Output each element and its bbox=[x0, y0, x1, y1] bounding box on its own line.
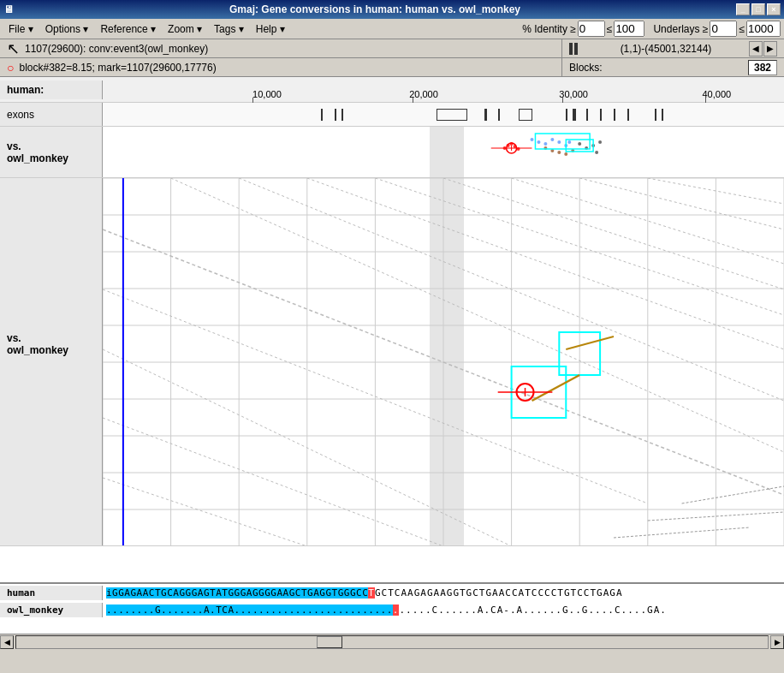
human-seq-rest: GCTCAAGAGAAGGTGCTGAACCATCCCCTGTCCTGAGA bbox=[375, 587, 623, 599]
ruler-row: human: 10,000 20,000 30,000 40,000 bbox=[0, 77, 784, 103]
menu-reference[interactable]: Reference ▾ bbox=[95, 21, 161, 37]
monkey-seq-text: ........G.......A.TCA...................… bbox=[103, 603, 670, 617]
circle-icon: ○ bbox=[7, 61, 14, 74]
svg-point-11 bbox=[550, 138, 554, 141]
status-left-1: ↖ 1107(29600): conv:event3(owl_monkey) bbox=[0, 38, 561, 60]
human-seq-row: human iGGAGAACTGCAGGGAGTATGGGAGGGGAAGCTG… bbox=[0, 584, 784, 601]
cursor-tool-icon[interactable]: ↖ bbox=[7, 39, 20, 58]
monkey-seq-label: owl_monkey bbox=[0, 603, 103, 617]
window-title: Gmaj: Gene conversions in human: human v… bbox=[14, 3, 736, 15]
scroll-thumb[interactable] bbox=[317, 636, 342, 648]
exon-bar-10 bbox=[614, 109, 615, 121]
blocks-section: Blocks: 382 bbox=[561, 58, 784, 77]
exon-bar-9 bbox=[600, 109, 602, 121]
ruler-tick-20k bbox=[413, 98, 413, 103]
identity-max-input[interactable] bbox=[614, 21, 644, 37]
svg-line-72 bbox=[614, 527, 750, 538]
status-row-2: ○ block#382=8.15; mark=1107(29600,17776)… bbox=[0, 58, 784, 77]
svg-point-9 bbox=[537, 140, 540, 144]
ruler-10k: 10,000 bbox=[252, 89, 282, 99]
svg-line-69 bbox=[566, 336, 614, 349]
svg-point-20 bbox=[578, 142, 581, 146]
exon-bar-3 bbox=[342, 109, 343, 121]
nav-arrows[interactable]: ◀ ▶ bbox=[749, 41, 777, 57]
status-text-2: block#382=8.15; mark=1107(29600,17776) bbox=[19, 62, 216, 74]
dotplot-small-content[interactable] bbox=[103, 127, 784, 177]
ruler-20k: 20,000 bbox=[409, 89, 438, 99]
status-text-1: 1107(29600): conv:event3(owl_monkey) bbox=[25, 43, 208, 55]
svg-point-18 bbox=[564, 152, 567, 156]
scroll-right-button[interactable]: ▶ bbox=[770, 635, 784, 649]
menu-zoom[interactable]: Zoom ▾ bbox=[163, 21, 207, 37]
nav-forward-button[interactable]: ▶ bbox=[763, 41, 777, 57]
svg-line-54 bbox=[307, 178, 784, 349]
identity-sep: ≤ bbox=[607, 23, 613, 35]
menu-options[interactable]: Options ▾ bbox=[40, 21, 94, 37]
underlays-max-input[interactable] bbox=[746, 21, 781, 37]
dotplot-large-svg bbox=[103, 178, 784, 545]
minimize-button[interactable]: _ bbox=[736, 3, 750, 15]
menu-help[interactable]: Help ▾ bbox=[251, 21, 290, 37]
status-right-1: (1,1)-(45001,32144) ◀ ▶ bbox=[561, 39, 784, 58]
svg-line-55 bbox=[103, 418, 443, 545]
svg-line-60 bbox=[579, 178, 784, 229]
blocks-label: Blocks: bbox=[569, 62, 603, 74]
ruler-tick-30k bbox=[562, 98, 563, 103]
identity-min-input[interactable] bbox=[578, 21, 605, 37]
svg-point-23 bbox=[595, 151, 598, 154]
exon-bar-5 bbox=[498, 109, 500, 121]
human-seq-text: iGGAGAACTGCAGGGAGTATGGGAGGGGAAGCTGAGGTGG… bbox=[103, 586, 627, 600]
underlays-sep: ≤ bbox=[739, 23, 745, 35]
exons-label: exons bbox=[0, 103, 103, 126]
human-seq-highlight: iGGAGAACTGCAGGGAGTATGGGAGGGGAAGCTGAGGTGG… bbox=[106, 587, 368, 599]
status-left-2: ○ block#382=8.15; mark=1107(29600,17776) bbox=[0, 59, 561, 76]
status-row-1: ↖ 1107(29600): conv:event3(owl_monkey) (… bbox=[0, 39, 784, 58]
horizontal-scrollbar[interactable]: ◀ ▶ bbox=[0, 634, 784, 649]
exon-bar-2 bbox=[335, 109, 336, 121]
svg-point-12 bbox=[557, 140, 561, 144]
menu-file[interactable]: File ▾ bbox=[3, 21, 39, 37]
svg-line-70 bbox=[682, 486, 784, 503]
exons-track: exons bbox=[0, 103, 784, 127]
exon-bar-7 bbox=[573, 109, 576, 121]
dotplot-small-track: vs. owl_monkey bbox=[0, 127, 784, 178]
menu-bar: File ▾ Options ▾ Reference ▾ Zoom ▾ Tags… bbox=[0, 19, 784, 39]
svg-line-57 bbox=[443, 178, 784, 289]
svg-point-10 bbox=[543, 142, 547, 146]
monkey-seq-highlight-region: ........G.......A.TCA...................… bbox=[106, 605, 393, 616]
close-button[interactable]: × bbox=[767, 3, 781, 15]
sequence-area: human iGGAGAACTGCAGGGAGTATGGGAGGGGAAGCTG… bbox=[0, 582, 784, 634]
ruler-30k: 30,000 bbox=[559, 89, 588, 99]
monkey-seq-rest: .....C......A.CA-.A......G..G....C....GA… bbox=[399, 605, 667, 616]
dotplot-large-content[interactable] bbox=[103, 178, 784, 545]
pause-icon[interactable] bbox=[569, 43, 578, 55]
scroll-track[interactable] bbox=[15, 635, 769, 649]
exon-bar-6 bbox=[566, 109, 567, 121]
dotplot-large-track: vs. owl_monkey bbox=[0, 178, 784, 546]
svg-line-65 bbox=[532, 375, 579, 401]
human-seq-label: human bbox=[0, 586, 103, 600]
svg-point-24 bbox=[598, 140, 602, 144]
exon-bar-12 bbox=[655, 109, 656, 121]
scroll-left-button[interactable]: ◀ bbox=[0, 635, 14, 649]
ruler-track: 10,000 20,000 30,000 40,000 bbox=[103, 77, 784, 103]
maximize-button[interactable]: □ bbox=[751, 3, 765, 15]
menu-tags[interactable]: Tags ▾ bbox=[209, 21, 249, 37]
vs-label-large: vs. owl_monkey bbox=[0, 178, 103, 545]
window-controls[interactable]: _ □ × bbox=[736, 3, 781, 15]
human-seq-red-highlight: T bbox=[368, 587, 375, 599]
vs-label-small: vs. owl_monkey bbox=[0, 127, 103, 177]
nav-back-button[interactable]: ◀ bbox=[749, 41, 763, 57]
coords-text: (1,1)-(45001,32144) bbox=[621, 43, 712, 55]
svg-point-14 bbox=[567, 140, 571, 144]
exon-bar-13 bbox=[662, 109, 663, 121]
underlays-min-input[interactable] bbox=[710, 21, 737, 37]
svg-line-50 bbox=[171, 178, 784, 452]
exon-outline-2 bbox=[519, 109, 532, 121]
main-visualization: human: 10,000 20,000 30,000 40,000 exons bbox=[0, 77, 784, 582]
underlays-label: Underlays ≥ bbox=[653, 23, 708, 35]
shade-column-small bbox=[430, 127, 464, 177]
svg-point-17 bbox=[557, 151, 561, 154]
exon-bar-11 bbox=[627, 109, 629, 121]
ruler-40k: 40,000 bbox=[702, 89, 731, 99]
